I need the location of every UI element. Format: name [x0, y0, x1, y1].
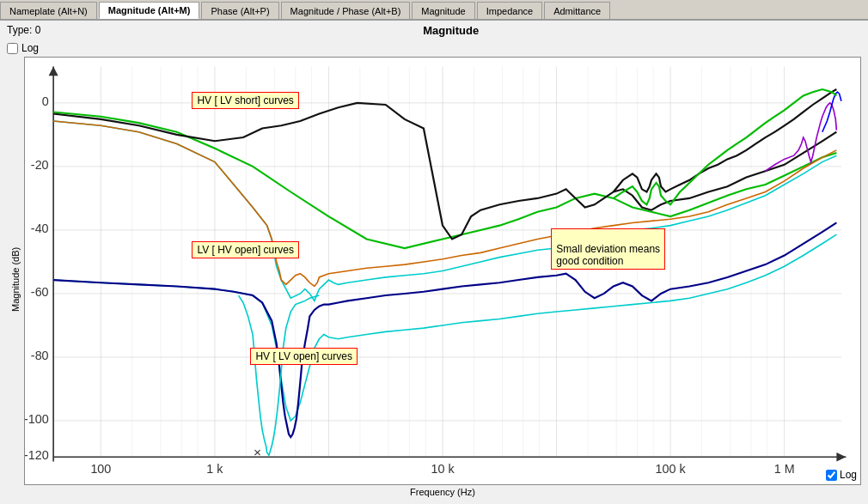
svg-marker-52: [836, 452, 846, 462]
tab-magnitude[interactable]: Magnitude (Alt+M): [99, 2, 200, 19]
tab-magnitude-phase[interactable]: Magnitude / Phase (Alt+B): [281, 2, 411, 19]
chart-inner: 0 -20 -40 -60 -80 -100 -120 100 1 k 10 k…: [24, 57, 861, 485]
chart-title: Magnitude: [40, 24, 861, 37]
tab-magnitude2[interactable]: Magnitude: [412, 2, 474, 19]
svg-text:100 k: 100 k: [656, 463, 687, 477]
svg-text:-40: -40: [31, 222, 49, 235]
log-label-top: Log: [21, 42, 39, 54]
svg-text:-80: -80: [31, 349, 49, 362]
tab-phase[interactable]: Phase (Alt+P): [201, 2, 278, 19]
bottom-log-container: Log: [826, 469, 857, 481]
header-row: Type: 0 Magnitude: [0, 21, 868, 39]
svg-text:100: 100: [90, 463, 111, 477]
log-checkbox-top[interactable]: [7, 43, 18, 54]
log-checkbox-bottom[interactable]: [826, 470, 837, 481]
svg-text:-60: -60: [31, 285, 49, 299]
svg-text:10 k: 10 k: [431, 463, 455, 477]
svg-text:1 M: 1 M: [774, 463, 795, 477]
tab-impedance[interactable]: Impedance: [477, 2, 542, 19]
tab-admittance[interactable]: Admittance: [544, 2, 610, 19]
svg-text:-20: -20: [31, 158, 49, 172]
svg-text:1 k: 1 k: [206, 463, 223, 477]
tab-nameplate[interactable]: Nameplate (Alt+N): [0, 2, 97, 19]
svg-marker-53: [49, 67, 58, 76]
tab-bar: Nameplate (Alt+N) Magnitude (Alt+M) Phas…: [0, 0, 868, 21]
type-label: Type: 0: [7, 24, 40, 36]
svg-text:-120: -120: [25, 449, 49, 463]
chart-svg: 0 -20 -40 -60 -80 -100 -120 100 1 k 10 k…: [25, 58, 860, 484]
svg-text:-100: -100: [25, 412, 49, 426]
log-label-bottom: Log: [840, 469, 857, 481]
log-row-top: Log: [0, 39, 868, 57]
x-axis-label: Frequency (Hz): [24, 485, 861, 497]
chart-container: Magnitude (dB): [0, 57, 868, 504]
y-axis-label: Magnitude (dB): [7, 57, 24, 485]
svg-text:×: ×: [254, 446, 261, 460]
chart-area: Magnitude (dB): [7, 57, 861, 485]
svg-text:0: 0: [42, 94, 49, 108]
